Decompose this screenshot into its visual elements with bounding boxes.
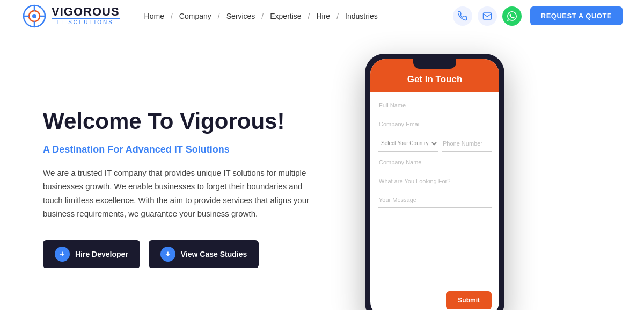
nav-services[interactable]: Services — [223, 10, 259, 23]
select-country-input[interactable]: Select Your Country — [378, 135, 438, 152]
company-name-input[interactable] — [378, 155, 492, 170]
submit-button[interactable]: Submit — [446, 291, 492, 309]
view-case-studies-label: View Case Studies — [181, 250, 247, 258]
hire-plus-icon: + — [55, 247, 70, 262]
phone-notch — [413, 59, 456, 69]
nav-company[interactable]: Company — [176, 10, 215, 23]
hero-right: Get In Touch Select Your Country — [365, 54, 504, 310]
hero-buttons: + Hire Developer + View Case Studies — [43, 240, 343, 268]
request-quote-button[interactable]: REQUEST A QUOTE — [530, 6, 623, 25]
looking-for-input[interactable] — [378, 174, 492, 189]
logo: VIGOROUS IT SOLUTIONS — [21, 3, 120, 29]
logo-vigorous: VIGOROUS — [52, 5, 120, 18]
nav-industries[interactable]: Industries — [342, 10, 381, 23]
nav-links: Home / Company / Services / Expertise / … — [141, 10, 453, 23]
phone-mockup: Get In Touch Select Your Country — [365, 54, 504, 310]
nav-hire[interactable]: Hire — [313, 10, 333, 23]
phone-number-input[interactable] — [442, 135, 492, 152]
form-title: Get In Touch — [379, 74, 491, 85]
contact-form: Select Your Country — [370, 92, 499, 287]
view-case-studies-button[interactable]: + View Case Studies — [149, 240, 259, 268]
nav-home[interactable]: Home — [141, 10, 167, 23]
logo-it: IT SOLUTIONS — [52, 18, 120, 26]
hire-developer-label: Hire Developer — [75, 250, 128, 258]
submit-wrap: Submit — [370, 287, 499, 310]
whatsapp-icon-button[interactable] — [502, 6, 522, 26]
logo-text: VIGOROUS IT SOLUTIONS — [52, 5, 120, 26]
hero-description: We are a trusted IT company that provide… — [43, 166, 311, 221]
phone-icon-button[interactable] — [453, 6, 472, 26]
logo-icon — [21, 3, 47, 29]
hero-left: Welcome To Vigorous! A Destination For A… — [43, 108, 343, 268]
country-phone-row: Select Your Country — [378, 135, 492, 152]
hero-section: Welcome To Vigorous! A Destination For A… — [0, 32, 644, 310]
hero-title: Welcome To Vigorous! — [43, 108, 343, 135]
phone-screen: Get In Touch Select Your Country — [370, 59, 499, 310]
hero-subtitle: A Destination For Advanced IT Solutions — [43, 144, 343, 155]
full-name-input[interactable] — [378, 98, 492, 113]
hire-developer-button[interactable]: + Hire Developer — [43, 240, 140, 268]
nav-icon-group — [453, 6, 522, 26]
case-plus-icon: + — [160, 247, 175, 262]
mail-icon-button[interactable] — [478, 6, 497, 26]
nav-expertise[interactable]: Expertise — [267, 10, 304, 23]
message-input[interactable] — [378, 192, 492, 208]
phone-icon — [458, 11, 467, 21]
whatsapp-icon — [507, 11, 517, 21]
svg-point-2 — [32, 14, 36, 18]
company-email-input[interactable] — [378, 117, 492, 132]
navbar: VIGOROUS IT SOLUTIONS Home / Company / S… — [0, 0, 644, 32]
mail-icon — [482, 11, 492, 21]
